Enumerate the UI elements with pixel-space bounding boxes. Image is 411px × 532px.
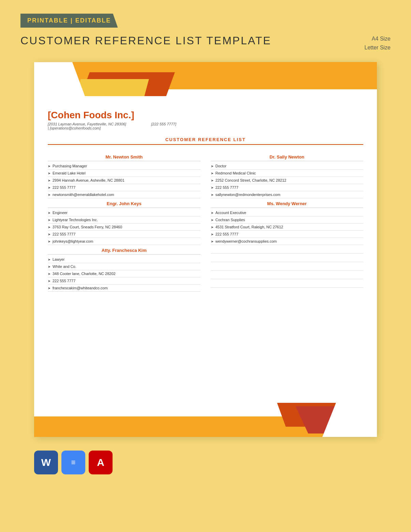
ref-3-email: ➤ johnkeys@lightyear.com xyxy=(48,238,201,245)
ref-5-address-text: 348 Cooter lane, Charlotte, NC 28202 xyxy=(53,272,201,276)
ref-1-company-text: Emerald Lake Hotel xyxy=(53,171,201,175)
docs-icon-letter: ≡ xyxy=(71,458,76,467)
ref-5-phone: ➤ 222 555 7777 xyxy=(48,277,201,285)
arrow-icon: ➤ xyxy=(48,186,50,189)
banner-text: PRINTABLE | EDITABLE xyxy=(27,17,111,24)
arrow-icon: ➤ xyxy=(48,279,50,283)
references-grid: Mr. Newton Smith ➤ Purchasing Manager ➤ … xyxy=(48,152,363,292)
ref-1-address-text: 2994 Hannah Avenue, Asheville, NC 28801 xyxy=(53,178,201,182)
ref-2-email: ➤ sallynewton@redmondenterprises.com xyxy=(211,191,364,198)
ref-2-title-text: Doctor xyxy=(216,164,364,168)
pdf-icon-letter: A xyxy=(97,457,104,468)
ref-1-phone-text: 222 555 7777 xyxy=(53,185,201,189)
ref-5-title: ➤ Lawyer xyxy=(48,256,201,263)
arrow-icon: ➤ xyxy=(48,258,50,261)
arrow-icon: ➤ xyxy=(211,193,214,197)
ref-5-company: ➤ White and Co. xyxy=(48,263,201,270)
deco-yellow xyxy=(76,79,149,96)
ref-5-email-text: franchescakim@whiteandco.com xyxy=(53,286,201,290)
ref-4-phone: ➤ 222 555 7777 xyxy=(211,231,364,238)
word-icon-letter: W xyxy=(41,457,51,468)
arrow-icon: ➤ xyxy=(48,218,50,222)
ref-2-address-text: 2252 Concord Street, Charlotte, NC 28212 xyxy=(216,178,364,182)
ref-3-phone: ➤ 222 555 7777 xyxy=(48,231,201,238)
pdf-icon[interactable]: A xyxy=(89,451,113,474)
ref-1-email: ➤ newtonsmith@emeraldlakehotel.com xyxy=(48,191,201,198)
ref-1-title: ➤ Purchasing Manager xyxy=(48,163,201,170)
arrow-icon: ➤ xyxy=(211,171,214,175)
ref-4-title: ➤ Account Executive xyxy=(211,209,364,216)
ref-name-2: Dr. Sally Newton xyxy=(211,152,364,161)
letter-size: Letter Size xyxy=(365,43,391,52)
ref-4-email: ➤ wendywerner@cochransupplies.com xyxy=(211,238,364,245)
ref-3-company-text: Lightyear Technologies Inc. xyxy=(53,218,201,222)
ref-4-title-text: Account Executive xyxy=(216,211,364,215)
ref-1-address: ➤ 2994 Hannah Avenue, Asheville, NC 2880… xyxy=(48,177,201,184)
ref-name-4: Ms. Wendy Werner xyxy=(211,198,364,208)
arrow-icon: ➤ xyxy=(211,211,214,215)
ref-5-company-text: White and Co. xyxy=(53,264,201,269)
ref-name-5: Atty. Franchesca Kim xyxy=(48,245,201,255)
document-preview: [Cohen Foods Inc.] [2031 Layman Avenue, … xyxy=(34,62,377,437)
ref-2-company: ➤ Redmond Medical Clinic xyxy=(211,170,364,177)
ref-name-3: Engr. John Keys xyxy=(48,198,201,208)
reference-col-right: Dr. Sally Newton ➤ Doctor ➤ Redmond Medi… xyxy=(211,152,364,292)
ref-2-title: ➤ Doctor xyxy=(211,163,364,170)
arrow-icon: ➤ xyxy=(211,240,214,243)
ref-2-phone-text: 222 555 7777 xyxy=(216,185,364,189)
arrow-icon: ➤ xyxy=(211,225,214,229)
ref-5-address: ➤ 348 Cooter lane, Charlotte, NC 28202 xyxy=(48,270,201,277)
a4-size: A4 Size xyxy=(365,34,391,43)
arrow-icon: ➤ xyxy=(48,232,50,236)
doc-footer-decoration xyxy=(34,396,377,437)
arrow-icon: ➤ xyxy=(211,218,214,222)
empty-row-4 xyxy=(211,271,364,279)
company-name: [Cohen Foods Inc.] xyxy=(48,110,363,121)
doc-header-decoration xyxy=(34,62,377,106)
ref-4-email-text: wendywerner@cochransupplies.com xyxy=(216,239,364,243)
arrow-icon: ➤ xyxy=(48,272,50,276)
ref-3-phone-text: 222 555 7777 xyxy=(53,232,201,236)
ref-4-company-text: Cochran Supplies xyxy=(216,218,364,222)
size-info: A4 Size Letter Size xyxy=(365,34,391,52)
arrow-icon: ➤ xyxy=(211,186,214,189)
page-title: CUSTOMER REFERENCE LIST TEMPLATE xyxy=(20,34,271,47)
empty-row-5 xyxy=(211,279,364,288)
ref-5-title-text: Lawyer xyxy=(53,257,201,261)
ref-2-address: ➤ 2252 Concord Street, Charlotte, NC 282… xyxy=(211,177,364,184)
arrow-icon: ➤ xyxy=(48,193,50,197)
arrow-icon: ➤ xyxy=(211,232,214,236)
arrow-icon: ➤ xyxy=(48,225,50,229)
ref-4-company: ➤ Cochran Supplies xyxy=(211,216,364,224)
ref-3-title-text: Engineer xyxy=(53,211,201,215)
printable-editable-banner: PRINTABLE | EDITABLE xyxy=(20,14,118,28)
ref-5-phone-text: 222 555 7777 xyxy=(53,279,201,283)
ref-3-title: ➤ Engineer xyxy=(48,209,201,216)
empty-row-2 xyxy=(211,254,364,262)
ref-2-email-text: sallynewton@redmondenterprises.com xyxy=(216,193,364,197)
arrow-icon: ➤ xyxy=(211,164,214,168)
arrow-icon: ➤ xyxy=(48,286,50,290)
arrow-icon: ➤ xyxy=(48,179,50,182)
deco-footer-white xyxy=(322,396,377,437)
ref-4-phone-text: 222 555 7777 xyxy=(216,232,364,236)
ref-2-phone: ➤ 222 555 7777 xyxy=(211,184,364,191)
app-icons-row: W ≡ A xyxy=(34,451,411,474)
docs-icon[interactable]: ≡ xyxy=(61,451,85,474)
arrow-icon: ➤ xyxy=(211,179,214,182)
ref-2-company-text: Redmond Medical Clinic xyxy=(216,171,364,175)
ref-3-address: ➤ 3763 Ray Court, Sneads Ferry, NC 28460 xyxy=(48,224,201,231)
ref-3-email-text: johnkeys@lightyear.com xyxy=(53,239,201,243)
reference-col-left: Mr. Newton Smith ➤ Purchasing Manager ➤ … xyxy=(48,152,201,292)
ref-4-address-text: 4531 Stratford Court, Raleigh, NC 27612 xyxy=(216,225,364,229)
company-phone: [222 555 7777] xyxy=(151,122,176,126)
arrow-icon: ➤ xyxy=(48,265,50,269)
arrow-icon: ➤ xyxy=(48,240,50,243)
ref-1-title-text: Purchasing Manager xyxy=(53,164,201,168)
page-title-area: CUSTOMER REFERENCE LIST TEMPLATE A4 Size… xyxy=(20,34,391,52)
ref-1-email-text: newtonsmith@emeraldlakehotel.com xyxy=(53,193,201,197)
word-icon[interactable]: W xyxy=(34,451,58,474)
arrow-icon: ➤ xyxy=(48,211,50,215)
ref-1-phone: ➤ 222 555 7777 xyxy=(48,184,201,191)
empty-row-1 xyxy=(211,245,364,254)
